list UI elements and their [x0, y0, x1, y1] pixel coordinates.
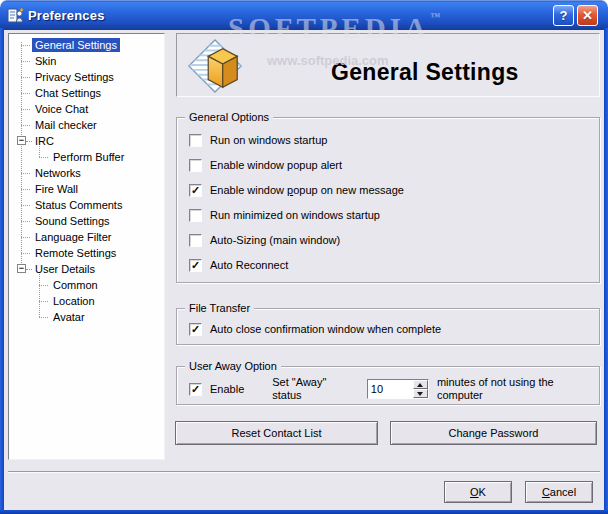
- spin-up-icon[interactable]: [413, 380, 428, 389]
- checkbox[interactable]: ✓: [189, 184, 202, 197]
- group-general-options: General Options Run on windows startup E…: [176, 117, 600, 283]
- tree-item-networks[interactable]: Networks: [9, 165, 164, 181]
- page-title: General Settings: [331, 59, 519, 86]
- spin-down-icon[interactable]: [413, 389, 428, 398]
- help-button[interactable]: ?: [553, 5, 574, 26]
- checkbox-row-run-minimized[interactable]: Run minimized on windows startup: [189, 207, 380, 223]
- checkbox-row-popup-new-message[interactable]: ✓ Enable window popup on new message: [189, 182, 404, 198]
- checkbox-row-auto-sizing[interactable]: Auto-Sizing (main window): [189, 232, 340, 248]
- tree-item-sound-settings[interactable]: Sound Settings: [9, 213, 164, 229]
- group-legend: User Away Option: [185, 359, 281, 373]
- settings-tree: General Settings Skin Privacy Settings C…: [8, 33, 165, 460]
- titlebar[interactable]: Preferences ? ✕: [0, 0, 608, 30]
- tree-item-privacy-settings[interactable]: Privacy Settings: [9, 69, 164, 85]
- checkbox[interactable]: ✓: [189, 259, 202, 272]
- tree-item-fire-wall[interactable]: Fire Wall: [9, 181, 164, 197]
- tree-item-location[interactable]: Location: [9, 293, 164, 309]
- checkbox-row-popup-alert[interactable]: Enable window popup alert: [189, 157, 342, 173]
- tree-item-voice-chat[interactable]: Voice Chat: [9, 101, 164, 117]
- checkbox-row-auto-close-confirmation[interactable]: ✓ Auto close confirmation window when co…: [189, 321, 441, 337]
- cube-diamond-icon: [186, 37, 244, 95]
- enable-away-checkbox[interactable]: ✓: [189, 383, 202, 396]
- tree-item-language-filter[interactable]: Language Filter: [9, 229, 164, 245]
- window-title: Preferences: [28, 8, 105, 23]
- user-away-row: ✓ Enable Set "Away" status minutes of no…: [189, 379, 595, 399]
- tree-item-perform-buffer[interactable]: Perform Buffer: [9, 149, 164, 165]
- tree-item-skin[interactable]: Skin: [9, 53, 164, 69]
- checkbox[interactable]: [189, 134, 202, 147]
- footer-divider: [8, 471, 600, 473]
- close-button[interactable]: ✕: [577, 5, 598, 26]
- collapse-icon[interactable]: −: [17, 264, 26, 273]
- ok-button[interactable]: OK: [444, 481, 512, 503]
- change-password-button[interactable]: Change Password: [390, 421, 597, 445]
- tree-item-mail-checker[interactable]: Mail checker: [9, 117, 164, 133]
- tree-item-avatar[interactable]: Avatar: [9, 309, 164, 325]
- group-legend: General Options: [185, 110, 273, 124]
- window-border: [0, 510, 608, 514]
- checkbox[interactable]: [189, 234, 202, 247]
- tree-item-user-details[interactable]: −User Details: [9, 261, 164, 277]
- app-icon: [7, 7, 24, 24]
- checkbox[interactable]: ✓: [189, 323, 202, 336]
- preferences-window: Preferences ? ✕ SOFTPEDIA™ www.softpedia…: [0, 0, 608, 514]
- header-panel: General Settings: [176, 33, 600, 97]
- tree-item-general-settings[interactable]: General Settings: [9, 37, 164, 53]
- tree-item-irc[interactable]: −IRC: [9, 133, 164, 149]
- checkbox-row-run-on-startup[interactable]: Run on windows startup: [189, 132, 327, 148]
- tree-item-status-comments[interactable]: Status Comments: [9, 197, 164, 213]
- collapse-icon[interactable]: −: [17, 136, 26, 145]
- group-file-transfer: File Transfer ✓ Auto close confirmation …: [176, 308, 600, 345]
- group-legend: File Transfer: [185, 301, 254, 315]
- tree-item-common[interactable]: Common: [9, 277, 164, 293]
- checkbox[interactable]: [189, 209, 202, 222]
- tree-item-chat-settings[interactable]: Chat Settings: [9, 85, 164, 101]
- away-minutes-spinner: [367, 379, 429, 399]
- group-user-away-option: User Away Option ✓ Enable Set "Away" sta…: [176, 366, 600, 405]
- window-border: [0, 28, 4, 514]
- away-minutes-input[interactable]: [368, 380, 413, 398]
- checkbox[interactable]: [189, 159, 202, 172]
- checkbox-row-auto-reconnect[interactable]: ✓ Auto Reconnect: [189, 257, 288, 273]
- tree-item-remote-settings[interactable]: Remote Settings: [9, 245, 164, 261]
- reset-contact-list-button[interactable]: Reset Contact List: [175, 421, 378, 445]
- cancel-button[interactable]: Cancel: [525, 481, 593, 503]
- window-border: [604, 28, 608, 514]
